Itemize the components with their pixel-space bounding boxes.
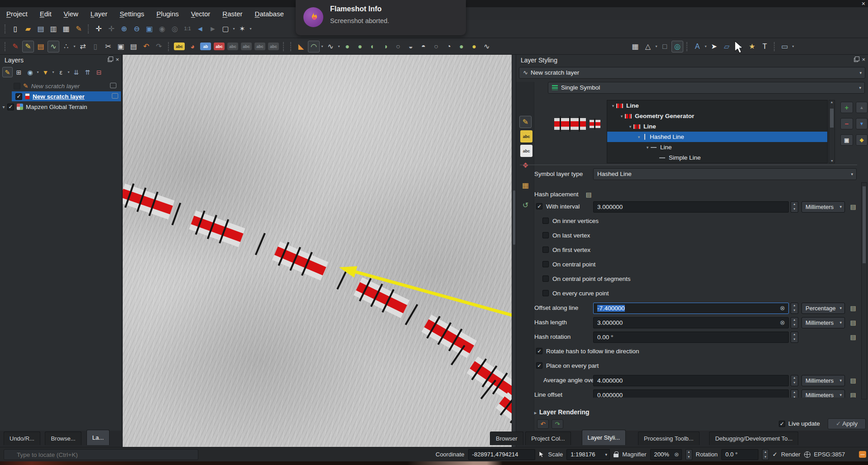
menu-edit[interactable]: Edit (40, 10, 52, 18)
new-map-view-icon[interactable]: ▢ (220, 23, 231, 35)
split-features-icon[interactable]: ● (354, 41, 366, 52)
symbol-tree-row-line[interactable]: ▾Line (607, 100, 827, 111)
labeling-single-icon[interactable]: ab (200, 43, 211, 50)
merge-features-icon[interactable]: ◑ (379, 41, 391, 52)
symbology-tab-icon[interactable]: ✎ (519, 116, 532, 128)
crs-globe-icon[interactable] (804, 451, 810, 458)
layer-item-0[interactable]: ✎New scratch layer (0, 81, 122, 91)
layer-item-1[interactable]: ✓New scratch layer (12, 91, 121, 101)
style-undo-button[interactable]: ↶ (537, 419, 549, 429)
on-first-vertex-checkbox[interactable] (542, 247, 549, 253)
value-spinner[interactable]: ▲▼ (791, 375, 798, 386)
filter-legend-icon[interactable]: ▼ (40, 67, 51, 77)
polygon-annotation-icon[interactable]: ▱ (721, 41, 733, 52)
render-checkbox[interactable]: ✓ (772, 451, 777, 458)
open-project-icon[interactable]: ▰ (22, 23, 34, 35)
delete-selected-icon[interactable]: ▯ (90, 41, 101, 52)
snapping-toggle-icon[interactable]: ◎ (671, 41, 683, 52)
paste-features-icon[interactable]: ▤ (128, 41, 139, 52)
data-defined-override-icon[interactable]: ▤ (849, 390, 858, 398)
text-annotation-icon[interactable]: T (759, 41, 771, 52)
menu-project[interactable]: Project (6, 10, 28, 18)
data-defined-override-icon[interactable]: ▤ (849, 304, 858, 313)
labels-tab-icon[interactable]: abc (520, 130, 532, 142)
field-calculator-icon-dropdown[interactable]: ▾ (654, 44, 658, 48)
save-project-icon[interactable]: ▤ (35, 23, 47, 35)
notification-popup[interactable]: Flameshot Info Screenshot aborted. (296, 0, 466, 35)
style-manager-icon[interactable]: ✎ (73, 23, 85, 35)
move-up-button[interactable]: ▲ (856, 102, 868, 113)
layer-checkbox[interactable]: ✓ (15, 93, 22, 100)
new-print-layout-icon[interactable]: ▥ (48, 23, 59, 35)
rotation-spinner[interactable]: ▲▼ (762, 449, 769, 460)
rotation-value[interactable]: 0.0 ° (721, 449, 758, 460)
move-feature-icon[interactable]: ⇄ (77, 41, 89, 52)
toggle-editing-icon[interactable]: ✎ (22, 41, 34, 52)
layer-checkbox[interactable]: ✓ (7, 104, 14, 110)
view-3d-tab-icon[interactable]: ❖ (519, 159, 532, 171)
filter-expression-icon[interactable]: ε (56, 67, 66, 77)
new-map-view-icon-dropdown[interactable]: ▾ (232, 27, 236, 31)
current-edits-icon[interactable]: ✎ (10, 41, 21, 52)
create-annotation-icon-dropdown[interactable]: ▾ (704, 44, 708, 48)
layer-checkbox[interactable] (14, 83, 20, 90)
data-defined-override-icon[interactable]: ▤ (584, 190, 593, 199)
place-on-every-part-checkbox[interactable]: ✓ (536, 362, 542, 369)
clear-value-icon[interactable]: ⊗ (780, 303, 785, 313)
simplify-feature-icon[interactable]: ○ (430, 41, 442, 52)
rotate-feature-icon[interactable]: ◓ (417, 41, 429, 52)
apply-button[interactable]: ✓ Apply (828, 418, 866, 429)
styling-layer-combo[interactable]: ∿New scratch layer ▾ (519, 67, 865, 79)
tree-expand-icon[interactable]: ▾ (644, 145, 651, 150)
zoom-out-icon[interactable]: ⊖ (131, 23, 143, 35)
copy-features-icon[interactable]: ▣ (115, 41, 127, 52)
tab-processing-toolb-[interactable]: Processing Toolb... (638, 432, 700, 445)
on-central-point-checkbox[interactable] (542, 261, 549, 267)
menu-database[interactable]: Database (255, 10, 284, 18)
value-spinner[interactable]: ▲▼ (791, 389, 798, 398)
split-parts-icon[interactable]: ◐ (367, 41, 379, 52)
data-defined-override-icon[interactable]: ▤ (849, 318, 858, 327)
circular-string-icon-dropdown[interactable]: ▾ (337, 44, 341, 48)
expand-arrow-icon[interactable]: ▾ (0, 104, 7, 109)
symbol-layer-type-combo[interactable]: Hashed Line▾ (593, 168, 857, 180)
labeling-rule-icon[interactable]: abc (214, 43, 225, 50)
tree-expand-icon[interactable]: ▾ (636, 135, 642, 139)
zoom-full-icon[interactable]: ▣ (144, 23, 155, 35)
add-line-feature-icon[interactable]: ∿ (48, 41, 59, 52)
zoom-native-icon[interactable]: 1:1 (182, 23, 193, 35)
collapse-all-icon[interactable]: ⇈ (82, 67, 93, 77)
data-defined-override-icon[interactable]: ▤ (849, 202, 858, 211)
clear-value-icon[interactable]: ⊗ (780, 318, 785, 328)
tab-layer-styli-[interactable]: Layer Styli... (582, 430, 626, 445)
tab-undo-r-[interactable]: Undo/R... (4, 432, 40, 445)
live-update-checkbox[interactable]: ✓ (779, 421, 785, 427)
crs-label[interactable]: EPSG:3857 (814, 451, 845, 458)
pan-to-selection-icon[interactable]: ✛ (106, 23, 117, 35)
value-spinner[interactable]: ▲▼ (791, 332, 798, 343)
digitize-curve-icon[interactable]: ◠ (308, 41, 320, 52)
symbol-tree-row-geometry-generator[interactable]: ▾Geometry Generator (607, 111, 827, 121)
magnifier-spinner[interactable]: ▲▼ (686, 449, 692, 460)
on-inner-vertices-checkbox[interactable] (542, 218, 549, 224)
label-tool-1-icon[interactable]: abc (227, 43, 238, 50)
on-every-curve-point-checkbox[interactable] (542, 290, 549, 296)
cut-features-icon[interactable]: ✂ (102, 41, 114, 52)
magnifier-value[interactable]: 200%⊗ (650, 449, 682, 460)
add-symbol-layer-button[interactable]: + (840, 102, 853, 113)
average-angle-over-input[interactable]: 4.000000 (593, 375, 789, 386)
with-interval-checkbox[interactable]: ✓ (536, 203, 542, 209)
menu-plugins[interactable]: Plugins (157, 10, 179, 18)
move-down-button[interactable]: ▼ (856, 118, 868, 129)
label-tool-3-icon[interactable]: abc (254, 43, 265, 50)
manage-map-themes-icon[interactable]: ◉ (25, 67, 35, 77)
layout-manager-icon[interactable]: ▦ (60, 23, 72, 35)
hash-length-input[interactable]: 3.000000⊗ (593, 317, 789, 328)
save-layer-edits-icon[interactable]: ▤ (35, 41, 47, 52)
menu-view[interactable]: View (64, 10, 78, 18)
layer-item-2[interactable]: ▾✓Mapzen Global Terrain (0, 102, 122, 112)
map-canvas[interactable] (123, 55, 512, 447)
select-by-area-icon[interactable]: □ (659, 41, 671, 52)
filter-expression-icon-dropdown[interactable]: ▾ (67, 70, 71, 74)
symbol-tree-scrollbar[interactable]: ▲ ▼ (829, 100, 835, 163)
